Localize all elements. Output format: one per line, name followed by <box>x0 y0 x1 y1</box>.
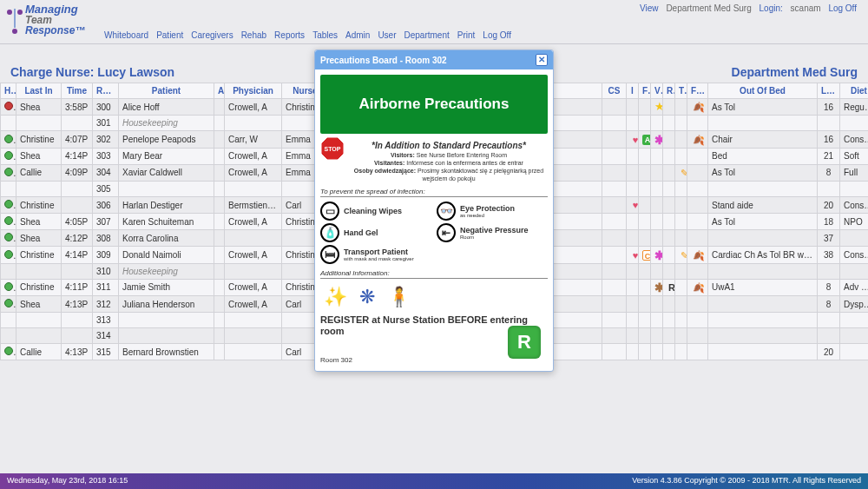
footer-version: Version 4.3.86 Copyright © 2009 - 2018 M… <box>632 476 861 486</box>
additional-icons: ✨ ❋ 🧍 <box>320 284 548 310</box>
visitors-pl: Osoby odwiedzające: Prosimy skontaktować… <box>350 167 548 182</box>
dialog-title: Precautions Board - Room 302 <box>320 56 447 65</box>
prec-negative-pressure: ⇤Negative PressureRoom <box>437 223 548 242</box>
prec-transport-patient: 🛏Transport Patientwith mask and mask car… <box>320 245 431 264</box>
pressure-icon: ⇤ <box>437 223 456 242</box>
wipes-icon: ▭ <box>320 202 339 221</box>
goggles-icon: 👓 <box>437 202 456 221</box>
prec-eye-protection: 👓Eye Protectionas needed <box>437 202 548 221</box>
std-precautions-line: *In Addition to Standard Precautions* <box>350 141 548 150</box>
svg-text:STOP: STOP <box>325 146 341 152</box>
stop-icon: STOP <box>320 136 345 162</box>
modal-overlay: Precautions Board - Room 302 ✕ Airborne … <box>0 0 868 489</box>
dialog-content: Airborne Precautions STOP *In Addition t… <box>315 69 553 371</box>
handgel-icon: 🧴 <box>320 223 339 242</box>
sparkle-icon: ✨ <box>324 286 347 308</box>
prevent-heading: To prevent the spread of infection: <box>320 188 548 197</box>
footer-datetime: Wednesday, May 23rd, 2018 16:15 <box>7 476 128 486</box>
flower-icon: ❋ <box>359 286 375 308</box>
seated-person-icon: 🧍 <box>387 286 411 308</box>
close-icon[interactable]: ✕ <box>536 54 548 66</box>
r-button[interactable]: R <box>508 326 541 359</box>
precaution-grid: ▭Cleaning Wipes 👓Eye Protectionas needed… <box>320 202 548 264</box>
prec-cleaning-wipes: ▭Cleaning Wipes <box>320 202 431 221</box>
precaution-title: Airborne Precautions <box>326 96 542 113</box>
status-footer: Wednesday, May 23rd, 2018 16:15 Version … <box>0 473 868 489</box>
visitors-es: Visitantes: Infórmese con la enfermera a… <box>350 159 548 167</box>
dialog-titlebar[interactable]: Precautions Board - Room 302 ✕ <box>315 50 553 69</box>
precaution-banner: Airborne Precautions <box>320 75 548 134</box>
prec-hand-gel: 🧴Hand Gel <box>320 223 431 242</box>
visitors-en: Visitors: Visitors: See Nurse Before Ent… <box>350 151 548 159</box>
transport-icon: 🛏 <box>320 245 339 264</box>
precautions-dialog: Precautions Board - Room 302 ✕ Airborne … <box>314 50 554 372</box>
additional-heading: Additional Information: <box>320 269 548 279</box>
